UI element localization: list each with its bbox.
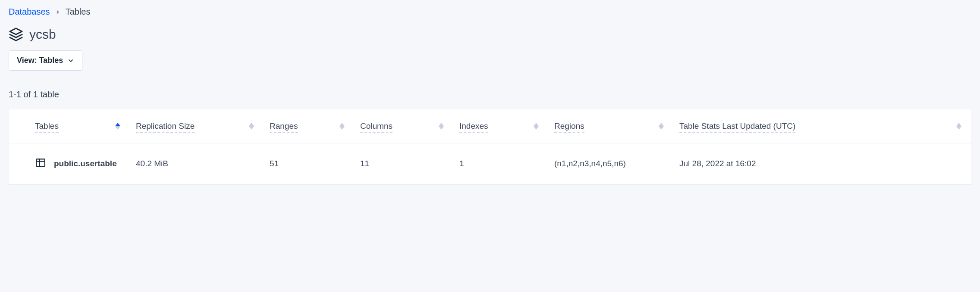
column-label: Columns bbox=[360, 121, 393, 133]
sort-icon bbox=[339, 123, 345, 130]
svg-marker-9 bbox=[534, 123, 539, 126]
breadcrumb-current: Tables bbox=[66, 7, 91, 17]
cell-regions: (n1,n2,n3,n4,n5,n6) bbox=[548, 143, 673, 184]
column-label: Regions bbox=[554, 121, 584, 133]
database-stack-icon bbox=[9, 27, 23, 42]
breadcrumb-link-databases[interactable]: Databases bbox=[9, 7, 50, 17]
cell-ranges: 51 bbox=[264, 143, 354, 184]
page-title-row: ycsb bbox=[9, 27, 971, 42]
column-label: Indexes bbox=[459, 121, 488, 133]
svg-rect-15 bbox=[36, 159, 45, 166]
cell-updated: Jul 28, 2022 at 16:02 bbox=[673, 143, 971, 184]
svg-marker-5 bbox=[339, 123, 345, 126]
sort-icon bbox=[956, 123, 961, 130]
sort-icon bbox=[534, 123, 539, 130]
column-header-ranges[interactable]: Ranges bbox=[264, 109, 354, 143]
svg-marker-12 bbox=[659, 126, 664, 130]
svg-marker-4 bbox=[249, 126, 254, 130]
sort-icon bbox=[115, 123, 120, 130]
column-header-updated[interactable]: Table Stats Last Updated (UTC) bbox=[673, 109, 971, 143]
tables-card: Tables Replication Size Ranges bbox=[9, 109, 971, 185]
column-label: Ranges bbox=[270, 121, 298, 133]
sort-icon bbox=[659, 123, 664, 130]
column-label: Tables bbox=[35, 121, 59, 133]
svg-marker-14 bbox=[956, 126, 961, 130]
sort-icon bbox=[439, 123, 444, 130]
table-name: public.usertable bbox=[54, 159, 117, 168]
table-row: public.usertable 40.2 MiB 51 11 1 (n1,n2… bbox=[9, 143, 971, 184]
view-selector-dropdown[interactable]: View: Tables bbox=[9, 50, 82, 71]
column-header-columns[interactable]: Columns bbox=[354, 109, 453, 143]
page-title: ycsb bbox=[29, 27, 56, 42]
table-icon bbox=[35, 157, 46, 171]
column-header-indexes[interactable]: Indexes bbox=[453, 109, 548, 143]
svg-marker-13 bbox=[956, 123, 961, 126]
column-header-regions[interactable]: Regions bbox=[548, 109, 673, 143]
breadcrumb: Databases Tables bbox=[9, 7, 971, 17]
svg-marker-0 bbox=[10, 28, 22, 34]
chevron-right-icon bbox=[55, 7, 60, 17]
results-count: 1-1 of 1 table bbox=[9, 90, 971, 99]
sort-icon bbox=[249, 123, 254, 130]
svg-marker-8 bbox=[439, 126, 444, 130]
column-label: Replication Size bbox=[136, 121, 195, 133]
column-header-replication-size[interactable]: Replication Size bbox=[130, 109, 264, 143]
cell-columns: 11 bbox=[354, 143, 453, 184]
tables-table: Tables Replication Size Ranges bbox=[9, 109, 971, 185]
svg-marker-10 bbox=[534, 126, 539, 130]
column-label: Table Stats Last Updated (UTC) bbox=[679, 121, 795, 133]
cell-indexes: 1 bbox=[453, 143, 548, 184]
svg-marker-7 bbox=[439, 123, 444, 126]
view-selector-label: View: Tables bbox=[17, 56, 63, 65]
svg-marker-1 bbox=[115, 123, 120, 126]
cell-replication-size: 40.2 MiB bbox=[130, 143, 264, 184]
column-header-tables[interactable]: Tables bbox=[9, 109, 130, 143]
chevron-down-icon bbox=[67, 57, 74, 64]
svg-marker-11 bbox=[659, 123, 664, 126]
svg-marker-6 bbox=[339, 126, 345, 130]
svg-marker-2 bbox=[115, 126, 120, 130]
table-name-link[interactable]: public.usertable bbox=[35, 157, 124, 171]
svg-marker-3 bbox=[249, 123, 254, 126]
